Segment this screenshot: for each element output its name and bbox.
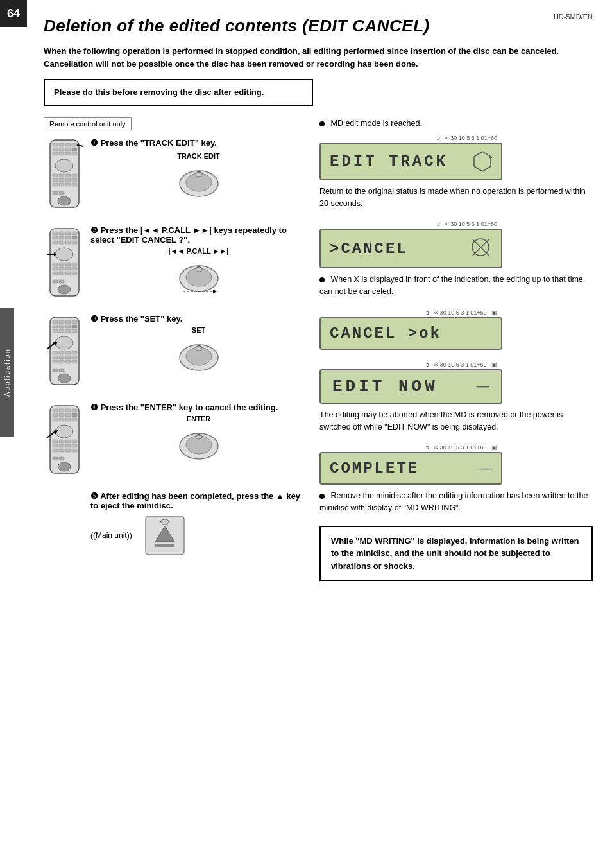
svg-rect-14 [53,174,58,177]
remote-label: Remote control unit only [44,117,132,130]
svg-rect-54 [59,267,64,270]
svg-rect-57 [53,272,58,275]
svg-rect-91 [65,356,71,359]
svg-rect-80 [65,329,71,333]
svg-point-63 [58,285,71,294]
svg-rect-75 [59,325,64,328]
svg-rect-81 [72,329,77,333]
remote-illus-1 [44,137,85,213]
model-number: HD-5MD/EN [554,13,593,21]
svg-rect-76 [65,325,71,328]
complete-block: ↄ ∞ 30 10 5 3 1 01+60 ▣ COMPLETE — Remov… [319,444,593,514]
svg-rect-5 [53,148,58,151]
svg-rect-88 [72,351,77,354]
step-2-content: ❷ Press the |◄◄ P.CALL ►►| keys repeated… [90,225,307,295]
svg-rect-125 [65,444,71,447]
svg-rect-10 [59,152,64,155]
svg-rect-129 [65,449,71,452]
svg-rect-59 [65,272,71,275]
warning-box: While "MD WRITING" is displayed, informa… [319,526,593,582]
lcd-complete: ↄ ∞ 30 10 5 3 1 01+60 ▣ COMPLETE — [319,444,502,485]
step-3-content: ❸ Press the "SET" key. SET [90,314,307,374]
svg-rect-114 [65,418,71,421]
svg-point-32 [196,173,202,177]
svg-rect-105 [59,409,64,412]
when-x-note-text: When X is displayed in front of the indi… [319,273,593,298]
svg-rect-127 [53,449,58,452]
svg-point-28 [58,196,71,205]
md-edit-mode-block: MD edit mode is reached. ↄ ∞ 30 10 5 3 1… [319,117,593,209]
svg-rect-110 [65,413,71,417]
svg-rect-113 [59,418,64,421]
svg-rect-21 [72,178,77,182]
svg-point-46 [55,248,73,261]
svg-rect-62 [59,280,64,283]
svg-rect-107 [72,409,77,412]
svg-rect-22 [53,183,58,186]
svg-rect-24 [65,183,71,186]
svg-rect-139 [155,544,174,547]
svg-rect-89 [53,356,58,359]
svg-point-102 [196,347,202,351]
svg-rect-20 [65,178,71,182]
lcd-cancel-text: >CANCEL [330,240,408,257]
set-label: SET [192,326,205,334]
svg-rect-60 [72,272,77,275]
svg-marker-68 [213,290,217,293]
step-1-content: ❶ Press the "TRACK EDIT" key. TRACK EDIT [90,137,307,200]
lcd-cancel-ok-text: CANCEL >ok [330,325,441,342]
svg-rect-42 [53,241,58,244]
svg-rect-37 [72,232,77,235]
lcd-complete-text: COMPLETE [330,460,419,477]
svg-rect-38 [53,236,58,239]
svg-rect-27 [59,191,64,195]
cancel-display-block: ↄ ∞ 30 10 5 3 1 01+60 >CANCEL [319,221,593,298]
svg-rect-73 [72,320,77,324]
svg-rect-78 [53,329,58,333]
svg-line-144 [474,166,482,171]
svg-point-99 [58,374,71,383]
svg-rect-119 [53,440,58,443]
svg-point-133 [58,462,71,471]
svg-rect-8 [72,148,77,151]
svg-rect-58 [59,272,64,275]
svg-rect-23 [59,183,64,186]
svg-rect-50 [59,263,64,266]
svg-rect-70 [53,320,58,324]
lcd-cancel: ↄ ∞ 30 10 5 3 1 01+60 >CANCEL [319,221,502,268]
svg-rect-26 [53,191,58,195]
sidebar-application-label: Application [0,308,14,437]
step-5-content: ❺ After editing has been completed, pres… [90,491,307,564]
editing-abort-note-text: The editing may be aborted when the MD i… [319,409,593,433]
svg-point-66 [196,268,202,272]
svg-rect-95 [65,360,71,363]
pcall-label: |◄◄ P.CALL ►►| [169,247,229,255]
lcd-cancel-ok: ↄ ∞ 30 10 5 3 1 01+60 ▣ CANCEL >ok [319,309,502,350]
svg-rect-43 [59,241,64,244]
edit-now-block: ↄ ∞ 30 10 5 3 1 01+60 ▣ EDIT NOW — The e… [319,361,593,433]
svg-rect-108 [53,413,58,417]
track-edit-label: TRACK EDIT [177,152,220,160]
svg-rect-16 [65,174,71,177]
svg-point-140 [161,519,169,525]
svg-rect-6 [59,148,64,151]
svg-rect-130 [72,449,77,452]
svg-rect-45 [72,241,77,244]
svg-rect-128 [59,449,64,452]
eject-button-illus [142,513,187,558]
svg-rect-123 [53,444,58,447]
svg-rect-77 [72,325,77,328]
svg-rect-51 [65,263,71,266]
svg-rect-92 [72,356,77,359]
svg-rect-93 [53,360,58,363]
svg-rect-55 [65,267,71,270]
svg-rect-121 [65,440,71,443]
svg-rect-41 [72,236,77,239]
step-3: ❸ Press the "SET" key. SET [44,314,307,390]
svg-rect-17 [72,174,77,177]
remote-illus-2 [44,225,85,301]
step-4: ❹ Press the "ENTER" key to cancel the ed… [44,403,307,478]
svg-rect-39 [59,236,64,239]
svg-point-82 [55,336,73,349]
step-4-content: ❹ Press the "ENTER" key to cancel the ed… [90,403,307,462]
